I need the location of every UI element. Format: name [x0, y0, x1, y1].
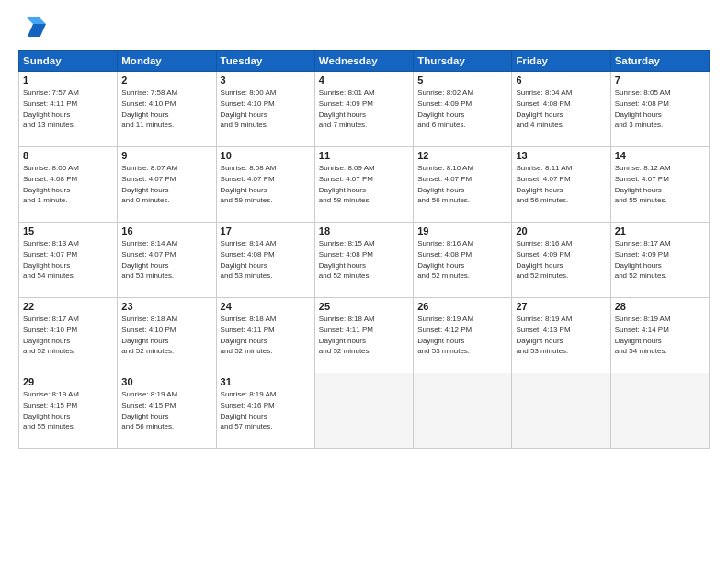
cell-info: Sunrise: 7:58 AMSunset: 4:10 PMDaylight …: [121, 88, 177, 129]
day-number: 24: [221, 301, 311, 312]
cell-info: Sunrise: 8:13 AMSunset: 4:07 PMDaylight …: [23, 239, 79, 280]
calendar-cell: 10Sunrise: 8:08 AMSunset: 4:07 PMDayligh…: [216, 147, 314, 223]
day-number: 25: [319, 301, 409, 312]
cell-info: Sunrise: 8:09 AMSunset: 4:07 PMDaylight …: [319, 164, 375, 204]
day-number: 22: [23, 301, 113, 312]
calendar-cell: 21Sunrise: 8:17 AMSunset: 4:09 PMDayligh…: [610, 223, 709, 298]
calendar-cell: 2Sunrise: 7:58 AMSunset: 4:10 PMDaylight…: [118, 72, 216, 147]
day-number: 11: [319, 150, 409, 161]
cell-info: Sunrise: 8:07 AMSunset: 4:07 PMDaylight …: [121, 164, 177, 204]
page: Sunday Monday Tuesday Wednesday Thursday…: [0, 0, 728, 563]
day-number: 8: [23, 150, 113, 161]
day-number: 3: [221, 75, 311, 86]
day-number: 15: [23, 225, 113, 236]
calendar-cell: 30Sunrise: 8:19 AMSunset: 4:15 PMDayligh…: [118, 373, 216, 449]
cell-info: Sunrise: 8:19 AMSunset: 4:15 PMDaylight …: [121, 390, 177, 431]
calendar-cell: 17Sunrise: 8:14 AMSunset: 4:08 PMDayligh…: [216, 223, 314, 298]
day-number: 2: [121, 75, 211, 86]
calendar-cell: 16Sunrise: 8:14 AMSunset: 4:07 PMDayligh…: [118, 223, 216, 298]
day-number: 19: [417, 225, 507, 236]
cell-info: Sunrise: 8:15 AMSunset: 4:08 PMDaylight …: [319, 239, 375, 280]
calendar-cell: 9Sunrise: 8:07 AMSunset: 4:07 PMDaylight…: [118, 147, 216, 223]
day-number: 16: [121, 225, 211, 236]
cell-info: Sunrise: 8:00 AMSunset: 4:10 PMDaylight …: [221, 88, 277, 129]
day-number: 26: [417, 301, 507, 312]
calendar-cell: 20Sunrise: 8:16 AMSunset: 4:09 PMDayligh…: [512, 223, 610, 298]
cell-info: Sunrise: 8:05 AMSunset: 4:08 PMDaylight …: [615, 88, 671, 129]
cell-info: Sunrise: 8:14 AMSunset: 4:08 PMDaylight …: [221, 239, 277, 280]
day-number: 1: [23, 75, 113, 86]
calendar-cell: 4Sunrise: 8:01 AMSunset: 4:09 PMDaylight…: [314, 72, 413, 147]
day-number: 6: [516, 75, 606, 86]
day-number: 4: [319, 75, 409, 86]
day-number: 17: [221, 225, 311, 236]
day-number: 5: [417, 75, 507, 86]
cell-info: Sunrise: 8:16 AMSunset: 4:08 PMDaylight …: [417, 239, 473, 280]
calendar-cell: [610, 373, 709, 449]
calendar-cell: 24Sunrise: 8:18 AMSunset: 4:11 PMDayligh…: [216, 298, 314, 373]
col-wednesday: Wednesday: [314, 51, 413, 72]
calendar-cell: 8Sunrise: 8:06 AMSunset: 4:08 PMDaylight…: [19, 147, 118, 223]
cell-info: Sunrise: 8:17 AMSunset: 4:10 PMDaylight …: [23, 315, 79, 355]
cell-info: Sunrise: 8:18 AMSunset: 4:10 PMDaylight …: [121, 315, 177, 355]
calendar-cell: [414, 373, 512, 449]
col-tuesday: Tuesday: [216, 51, 314, 72]
logo-icon: [20, 17, 46, 39]
calendar-week-row: 1Sunrise: 7:57 AMSunset: 4:11 PMDaylight…: [19, 72, 710, 147]
cell-info: Sunrise: 8:06 AMSunset: 4:08 PMDaylight …: [23, 164, 79, 204]
col-sunday: Sunday: [19, 51, 118, 72]
cell-info: Sunrise: 8:19 AMSunset: 4:15 PMDaylight …: [23, 390, 79, 431]
calendar-cell: 5Sunrise: 8:02 AMSunset: 4:09 PMDaylight…: [414, 72, 512, 147]
calendar-body: 1Sunrise: 7:57 AMSunset: 4:11 PMDaylight…: [19, 72, 710, 449]
calendar-table: Sunday Monday Tuesday Wednesday Thursday…: [18, 50, 710, 449]
calendar-cell: 19Sunrise: 8:16 AMSunset: 4:08 PMDayligh…: [414, 223, 512, 298]
col-thursday: Thursday: [414, 51, 512, 72]
calendar-week-row: 29Sunrise: 8:19 AMSunset: 4:15 PMDayligh…: [19, 373, 710, 449]
day-number: 28: [615, 301, 705, 312]
day-number: 20: [516, 225, 606, 236]
calendar-cell: 23Sunrise: 8:18 AMSunset: 4:10 PMDayligh…: [118, 298, 216, 373]
svg-marker-1: [26, 17, 46, 24]
calendar-cell: 26Sunrise: 8:19 AMSunset: 4:12 PMDayligh…: [414, 298, 512, 373]
day-number: 29: [23, 376, 113, 387]
calendar-cell: 3Sunrise: 8:00 AMSunset: 4:10 PMDaylight…: [216, 72, 314, 147]
svg-marker-0: [28, 24, 46, 37]
calendar-cell: 13Sunrise: 8:11 AMSunset: 4:07 PMDayligh…: [512, 147, 610, 223]
cell-info: Sunrise: 8:19 AMSunset: 4:12 PMDaylight …: [417, 315, 473, 355]
calendar-week-row: 22Sunrise: 8:17 AMSunset: 4:10 PMDayligh…: [19, 298, 710, 373]
cell-info: Sunrise: 8:19 AMSunset: 4:14 PMDaylight …: [615, 315, 671, 355]
cell-info: Sunrise: 8:16 AMSunset: 4:09 PMDaylight …: [516, 239, 572, 280]
calendar-cell: 12Sunrise: 8:10 AMSunset: 4:07 PMDayligh…: [414, 147, 512, 223]
calendar-cell: 29Sunrise: 8:19 AMSunset: 4:15 PMDayligh…: [19, 373, 118, 449]
cell-info: Sunrise: 8:18 AMSunset: 4:11 PMDaylight …: [221, 315, 277, 355]
calendar-cell: [512, 373, 610, 449]
cell-info: Sunrise: 8:01 AMSunset: 4:09 PMDaylight …: [319, 88, 375, 129]
calendar-cell: 27Sunrise: 8:19 AMSunset: 4:13 PMDayligh…: [512, 298, 610, 373]
day-number: 9: [121, 150, 211, 161]
calendar-cell: 22Sunrise: 8:17 AMSunset: 4:10 PMDayligh…: [19, 298, 118, 373]
day-number: 7: [615, 75, 705, 86]
calendar-week-row: 15Sunrise: 8:13 AMSunset: 4:07 PMDayligh…: [19, 223, 710, 298]
calendar-cell: 31Sunrise: 8:19 AMSunset: 4:16 PMDayligh…: [216, 373, 314, 449]
cell-info: Sunrise: 7:57 AMSunset: 4:11 PMDaylight …: [23, 88, 79, 129]
cell-info: Sunrise: 8:12 AMSunset: 4:07 PMDaylight …: [615, 164, 671, 204]
cell-info: Sunrise: 8:17 AMSunset: 4:09 PMDaylight …: [615, 239, 671, 280]
cell-info: Sunrise: 8:19 AMSunset: 4:13 PMDaylight …: [516, 315, 572, 355]
col-friday: Friday: [512, 51, 610, 72]
day-number: 10: [221, 150, 311, 161]
calendar-week-row: 8Sunrise: 8:06 AMSunset: 4:08 PMDaylight…: [19, 147, 710, 223]
header: [18, 17, 710, 42]
cell-info: Sunrise: 8:18 AMSunset: 4:11 PMDaylight …: [319, 315, 375, 355]
cell-info: Sunrise: 8:14 AMSunset: 4:07 PMDaylight …: [121, 239, 177, 280]
logo: [18, 17, 46, 42]
cell-info: Sunrise: 8:10 AMSunset: 4:07 PMDaylight …: [417, 164, 473, 204]
calendar-cell: 11Sunrise: 8:09 AMSunset: 4:07 PMDayligh…: [314, 147, 413, 223]
day-number: 30: [121, 376, 211, 387]
day-number: 18: [319, 225, 409, 236]
calendar-cell: 1Sunrise: 7:57 AMSunset: 4:11 PMDaylight…: [19, 72, 118, 147]
calendar-cell: 14Sunrise: 8:12 AMSunset: 4:07 PMDayligh…: [610, 147, 709, 223]
cell-info: Sunrise: 8:02 AMSunset: 4:09 PMDaylight …: [417, 88, 473, 129]
day-number: 12: [417, 150, 507, 161]
calendar-cell: [314, 373, 413, 449]
calendar-cell: 7Sunrise: 8:05 AMSunset: 4:08 PMDaylight…: [610, 72, 709, 147]
